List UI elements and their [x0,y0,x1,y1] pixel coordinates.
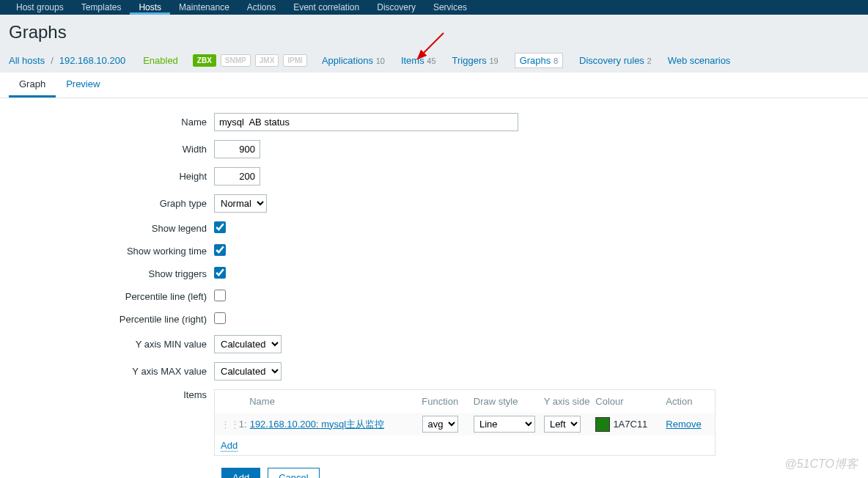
ymin-select[interactable]: Calculated [214,335,282,353]
tab-preview[interactable]: Preview [56,73,110,98]
yaxis-select[interactable]: Left [544,416,581,433]
tab-graph[interactable]: Graph [9,73,56,98]
items-header: Name Function Draw style Y axis side Col… [215,390,715,413]
nav-hosts[interactable]: Hosts [130,0,170,15]
percleft-label: Percentile line (left) [9,291,214,302]
height-label: Height [9,171,214,182]
breadcrumb: All hosts / 192.168.10.200 Enabled ZBX S… [9,53,859,73]
cancel-button[interactable]: Cancel [268,468,319,478]
drag-handle-icon[interactable]: ⋮⋮ [221,419,235,430]
breadcrumb-sep: / [51,55,54,66]
top-nav: Host groups Templates Hosts Maintenance … [0,0,868,15]
header-draw: Draw style [474,396,544,407]
hostnav-applications[interactable]: Applications 10 [322,55,385,66]
width-input[interactable] [214,140,260,158]
showwork-checkbox[interactable] [214,244,226,256]
colour-swatch[interactable] [595,417,610,432]
items-table: Name Function Draw style Y axis side Col… [214,389,716,456]
nav-eventcorr[interactable]: Event correlation [284,0,368,15]
header-name: Name [249,396,422,407]
breadcrumb-allhosts[interactable]: All hosts [9,55,45,66]
form-area: Name Width Height Graph type Normal Show… [0,98,868,478]
nav-actions[interactable]: Actions [238,0,284,15]
breadcrumb-host[interactable]: 192.168.10.200 [59,55,125,66]
nav-hostgroups[interactable]: Host groups [7,0,73,15]
header-yaxis: Y axis side [544,396,596,407]
header-function: Function [422,396,474,407]
percright-checkbox[interactable] [214,312,226,324]
items-label: Items [9,389,214,400]
ymin-label: Y axis MIN value [9,339,214,350]
row-num: 1: [235,419,250,430]
nav-services[interactable]: Services [424,0,476,15]
ymax-label: Y axis MAX value [9,366,214,377]
header-colour: Colour [595,396,666,407]
showtrig-label: Show triggers [9,268,214,279]
item-name-link[interactable]: 192.168.10.200: mysql主从监控 [250,419,385,430]
nav-discovery[interactable]: Discovery [368,0,424,15]
tabs: Graph Preview [0,73,868,98]
header-action: Action [666,396,709,407]
page-title: Graphs [9,22,859,53]
showlegend-checkbox[interactable] [214,221,226,233]
hostnav-triggers[interactable]: Triggers 19 [452,55,499,66]
name-input[interactable] [214,113,518,131]
drawstyle-select[interactable]: Line [474,416,535,433]
showwork-label: Show working time [9,246,214,257]
name-label: Name [9,117,214,128]
colour-value: 1A7C11 [613,419,647,430]
percleft-checkbox[interactable] [214,290,226,301]
hostnav-graphs[interactable]: Graphs 8 [515,53,563,68]
graphtype-select[interactable]: Normal [214,194,267,213]
nav-templates[interactable]: Templates [73,0,130,15]
remove-link[interactable]: Remove [666,419,701,430]
hostnav-items[interactable]: Items 45 [401,55,436,66]
ymax-select[interactable]: Calculated [214,362,282,380]
hostnav-discovery[interactable]: Discovery rules 2 [579,55,652,66]
nav-maintenance[interactable]: Maintenance [170,0,238,15]
button-row: Add Cancel [221,468,859,478]
badge-snmp: SNMP [221,54,251,67]
hostnav-web[interactable]: Web scenarios [668,55,731,66]
showlegend-label: Show legend [9,223,214,234]
percright-label: Percentile line (right) [9,314,214,325]
header-area: Graphs All hosts / 192.168.10.200 Enable… [0,15,868,73]
badge-ipmi: IPMI [283,54,307,67]
add-button[interactable]: Add [221,468,260,478]
width-label: Width [9,144,214,155]
showtrig-checkbox[interactable] [214,267,226,279]
graphtype-label: Graph type [9,198,214,209]
status-enabled: Enabled [143,55,178,66]
watermark: @51CTO博客 [784,457,858,472]
add-item-link[interactable]: Add [221,440,238,452]
badge-jmx: JMX [255,54,279,67]
badge-zbx: ZBX [193,54,216,67]
table-row: ⋮⋮ 1: 192.168.10.200: mysql主从监控 avg Line… [215,413,715,435]
function-select[interactable]: avg [422,416,458,433]
height-input[interactable] [214,167,260,185]
